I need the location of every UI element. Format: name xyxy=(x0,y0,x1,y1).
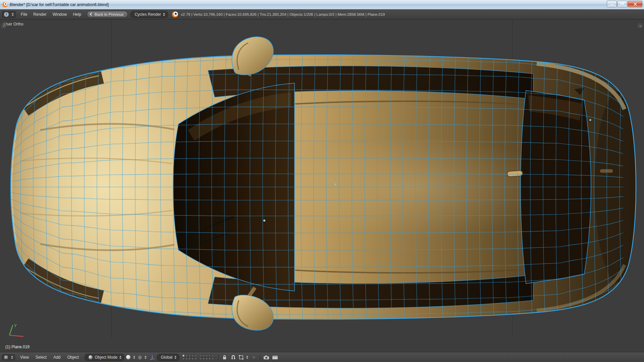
minimize-button[interactable] xyxy=(607,1,617,7)
minimize-icon xyxy=(610,5,613,6)
layer-cell[interactable] xyxy=(188,357,191,360)
maximize-icon xyxy=(621,3,624,5)
menu-help[interactable]: Help xyxy=(70,10,84,19)
render-animation-button[interactable] xyxy=(271,354,279,361)
manipulator-axes-icon xyxy=(150,355,155,360)
layer-cell[interactable] xyxy=(182,357,185,360)
layer-cell[interactable] xyxy=(182,354,185,357)
manipulator-toggle[interactable] xyxy=(148,354,156,361)
lock-icon xyxy=(222,355,227,360)
axis-gizmo: Y xyxy=(5,322,29,343)
active-object-label: (1) Plane.019 xyxy=(5,345,30,349)
layer-cell[interactable] xyxy=(194,354,197,357)
properties-toggle[interactable]: + xyxy=(638,23,643,28)
layer-grid-left[interactable] xyxy=(182,354,197,360)
layer-grid-right[interactable] xyxy=(199,354,214,360)
shading-sphere-icon xyxy=(126,355,130,359)
layer-cell[interactable] xyxy=(205,357,208,360)
menu-file[interactable]: File xyxy=(18,10,30,19)
chevron-updown-icon xyxy=(174,356,176,359)
render-still-button[interactable] xyxy=(262,354,270,361)
chevron-updown-icon xyxy=(145,356,147,359)
layer-cell[interactable] xyxy=(208,357,211,360)
chevron-updown-icon xyxy=(12,13,14,16)
snap-element-select[interactable] xyxy=(238,354,249,361)
layer-cell[interactable] xyxy=(211,354,214,357)
magnet-icon xyxy=(231,355,236,360)
camera-icon xyxy=(263,355,269,360)
chevron-updown-icon xyxy=(163,13,165,16)
layer-cell[interactable] xyxy=(194,357,197,360)
layer-cell[interactable] xyxy=(188,354,191,357)
info-editor-icon: i xyxy=(4,12,9,17)
layer-cell[interactable] xyxy=(202,354,205,357)
layer-cell[interactable] xyxy=(199,357,202,360)
layer-cell[interactable] xyxy=(199,354,202,357)
blender-logo-icon xyxy=(172,11,178,17)
transform-orientation-select[interactable]: Global xyxy=(157,354,180,361)
scene-stats: v2.79 | Verts:10,796,160 | Faces:10,695,… xyxy=(181,12,385,16)
menu-add[interactable]: Add xyxy=(50,353,63,362)
back-arrow-icon xyxy=(90,13,93,16)
back-to-previous-button[interactable]: Back to Previous xyxy=(87,11,128,18)
layer-cell[interactable] xyxy=(205,354,208,357)
layer-cell[interactable] xyxy=(191,357,194,360)
menu-window[interactable]: Window xyxy=(50,10,70,19)
gizmo-y-label: Y xyxy=(14,323,17,328)
layer-cell[interactable] xyxy=(191,354,194,357)
close-button[interactable] xyxy=(628,1,642,7)
viewport-canvas[interactable] xyxy=(0,19,644,338)
chevron-updown-icon xyxy=(119,356,121,359)
window-title: Blender* [D:\car for sell\Turntable car … xyxy=(10,2,109,7)
layers-widget[interactable] xyxy=(182,354,214,360)
menu-render[interactable]: Render xyxy=(30,10,49,19)
snap-increment-icon xyxy=(239,355,244,360)
desktop: Blender* [D:\car for sell\Turntable car … xyxy=(0,0,644,362)
info-header: i File Render Window Help Back to Previo… xyxy=(0,9,644,19)
separator xyxy=(218,354,218,360)
snap-toggle[interactable] xyxy=(229,354,237,361)
render-engine-select[interactable]: Cycles Render xyxy=(130,11,168,18)
chevron-updown-icon xyxy=(246,356,248,359)
chevron-updown-icon xyxy=(11,356,13,359)
close-icon xyxy=(633,2,637,6)
pivot-point-button[interactable]: ◎ xyxy=(137,354,147,361)
layer-cell[interactable] xyxy=(208,354,211,357)
menu-object[interactable]: Object xyxy=(64,353,82,362)
editor-type-button[interactable]: i xyxy=(2,11,16,18)
viewport-header: View Select Add Object Object Mode ◎ Glo… xyxy=(0,352,644,362)
clapperboard-icon xyxy=(272,355,278,360)
back-to-previous-label: Back to Previous xyxy=(95,12,123,16)
window-titlebar: Blender* [D:\car for sell\Turntable car … xyxy=(0,0,644,9)
render-engine-value: Cycles Render xyxy=(135,12,161,17)
orientation-value: Global xyxy=(161,355,173,360)
lock-to-scene-button[interactable] xyxy=(220,354,228,361)
layer-cell[interactable] xyxy=(185,354,188,357)
mode-value: Object Mode xyxy=(95,355,117,360)
mode-select[interactable]: Object Mode xyxy=(85,354,124,361)
proportional-icon: ○ xyxy=(253,355,255,360)
layer-cell[interactable] xyxy=(211,357,214,360)
separator xyxy=(260,354,260,360)
pivot-icon: ◎ xyxy=(138,355,142,360)
layer-cell[interactable] xyxy=(202,357,205,360)
layer-cell[interactable] xyxy=(185,357,188,360)
menu-select[interactable]: Select xyxy=(33,353,50,362)
viewport-shading-button[interactable] xyxy=(125,354,136,361)
object-mode-icon xyxy=(89,355,93,359)
3d-viewport[interactable]: User Ortho + + Y (1) Plane.019 xyxy=(0,19,644,352)
viewport-editor-type-button[interactable] xyxy=(2,354,15,360)
proportional-edit-toggle[interactable]: ○ xyxy=(250,354,258,361)
toolshelf-toggle[interactable]: + xyxy=(1,23,6,28)
chevron-updown-icon xyxy=(133,356,135,359)
3d-view-icon xyxy=(4,355,8,359)
maximize-button[interactable] xyxy=(617,1,627,7)
blender-app-icon xyxy=(2,2,8,7)
menu-view[interactable]: View xyxy=(17,353,32,362)
